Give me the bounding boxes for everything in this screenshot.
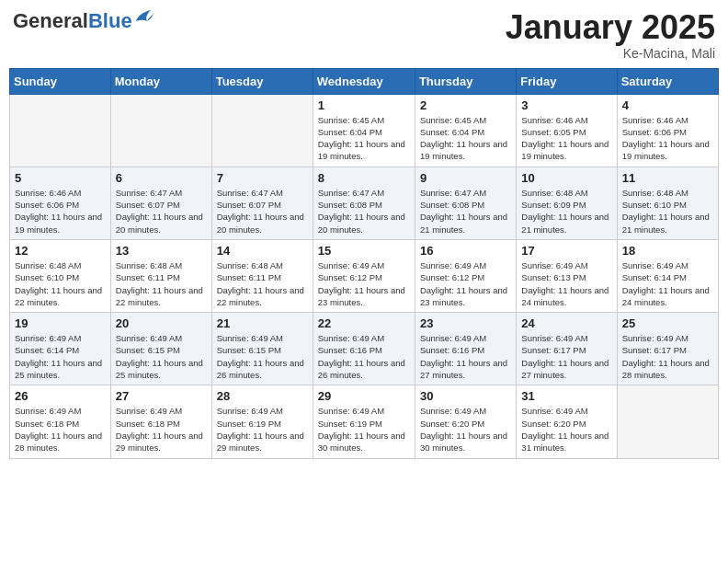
calendar-cell: 9Sunrise: 6:47 AM Sunset: 6:08 PM Daylig…: [415, 167, 516, 239]
day-info: Sunrise: 6:49 AM Sunset: 6:17 PM Dayligh…: [521, 332, 611, 381]
day-info: Sunrise: 6:49 AM Sunset: 6:13 PM Dayligh…: [521, 259, 611, 308]
calendar-cell: 22Sunrise: 6:49 AM Sunset: 6:16 PM Dayli…: [313, 313, 415, 385]
calendar-cell: 21Sunrise: 6:49 AM Sunset: 6:15 PM Dayli…: [211, 313, 313, 385]
day-number: 18: [622, 244, 713, 258]
day-number: 13: [116, 244, 207, 258]
weekday-header-row: SundayMondayTuesdayWednesdayThursdayFrid…: [10, 68, 719, 94]
calendar-cell: 19Sunrise: 6:49 AM Sunset: 6:14 PM Dayli…: [10, 313, 111, 385]
page-header: General Blue January 2025 Ke-Macina, Mal…: [9, 9, 719, 61]
day-number: 9: [420, 171, 511, 185]
calendar-table: SundayMondayTuesdayWednesdayThursdayFrid…: [9, 68, 719, 459]
week-row-1: 1Sunrise: 6:45 AM Sunset: 6:04 PM Daylig…: [10, 94, 719, 167]
day-info: Sunrise: 6:49 AM Sunset: 6:18 PM Dayligh…: [116, 405, 207, 454]
day-number: 21: [217, 316, 308, 330]
day-number: 29: [318, 389, 410, 403]
day-info: Sunrise: 6:48 AM Sunset: 6:11 PM Dayligh…: [217, 259, 308, 308]
calendar-cell: 3Sunrise: 6:46 AM Sunset: 6:05 PM Daylig…: [517, 94, 617, 167]
day-number: 2: [420, 98, 511, 112]
day-info: Sunrise: 6:47 AM Sunset: 6:07 PM Dayligh…: [217, 187, 308, 236]
week-row-4: 19Sunrise: 6:49 AM Sunset: 6:14 PM Dayli…: [10, 313, 719, 385]
title-block: January 2025 Ke-Macina, Mali: [506, 9, 715, 61]
day-info: Sunrise: 6:46 AM Sunset: 6:05 PM Dayligh…: [521, 114, 611, 163]
calendar-cell: 10Sunrise: 6:48 AM Sunset: 6:09 PM Dayli…: [517, 167, 617, 239]
weekday-header-tuesday: Tuesday: [211, 68, 313, 94]
calendar-cell: 30Sunrise: 6:49 AM Sunset: 6:20 PM Dayli…: [415, 385, 516, 458]
day-number: 22: [318, 316, 410, 330]
calendar-cell: 14Sunrise: 6:48 AM Sunset: 6:11 PM Dayli…: [211, 239, 313, 312]
day-number: 27: [116, 389, 207, 403]
day-info: Sunrise: 6:49 AM Sunset: 6:18 PM Dayligh…: [15, 405, 106, 454]
day-info: Sunrise: 6:46 AM Sunset: 6:06 PM Dayligh…: [15, 187, 106, 236]
calendar-cell: 7Sunrise: 6:47 AM Sunset: 6:07 PM Daylig…: [211, 167, 313, 239]
day-number: 26: [15, 389, 106, 403]
calendar-cell: 23Sunrise: 6:49 AM Sunset: 6:16 PM Dayli…: [415, 313, 516, 385]
day-number: 28: [217, 389, 308, 403]
day-number: 30: [420, 389, 511, 403]
month-year-title: January 2025: [506, 9, 715, 46]
calendar-cell: 18Sunrise: 6:49 AM Sunset: 6:14 PM Dayli…: [617, 239, 718, 312]
weekday-header-sunday: Sunday: [10, 68, 111, 94]
weekday-header-monday: Monday: [110, 68, 211, 94]
day-info: Sunrise: 6:46 AM Sunset: 6:06 PM Dayligh…: [622, 114, 713, 163]
day-info: Sunrise: 6:49 AM Sunset: 6:17 PM Dayligh…: [622, 332, 713, 381]
weekday-header-thursday: Thursday: [415, 68, 516, 94]
day-info: Sunrise: 6:45 AM Sunset: 6:04 PM Dayligh…: [420, 114, 511, 163]
calendar-cell: [10, 94, 111, 167]
day-info: Sunrise: 6:48 AM Sunset: 6:10 PM Dayligh…: [622, 187, 713, 236]
calendar-cell: 17Sunrise: 6:49 AM Sunset: 6:13 PM Dayli…: [517, 239, 617, 312]
calendar-cell: 31Sunrise: 6:49 AM Sunset: 6:20 PM Dayli…: [517, 385, 617, 458]
day-info: Sunrise: 6:49 AM Sunset: 6:12 PM Dayligh…: [420, 259, 511, 308]
calendar-cell: 20Sunrise: 6:49 AM Sunset: 6:15 PM Dayli…: [110, 313, 211, 385]
day-number: 19: [15, 316, 106, 330]
day-info: Sunrise: 6:49 AM Sunset: 6:20 PM Dayligh…: [420, 405, 511, 454]
day-info: Sunrise: 6:49 AM Sunset: 6:12 PM Dayligh…: [318, 259, 410, 308]
day-number: 11: [622, 171, 713, 185]
calendar-cell: 13Sunrise: 6:48 AM Sunset: 6:11 PM Dayli…: [110, 239, 211, 312]
calendar-cell: 8Sunrise: 6:47 AM Sunset: 6:08 PM Daylig…: [313, 167, 415, 239]
day-info: Sunrise: 6:49 AM Sunset: 6:16 PM Dayligh…: [318, 332, 410, 381]
day-number: 6: [116, 171, 207, 185]
calendar-cell: 4Sunrise: 6:46 AM Sunset: 6:06 PM Daylig…: [617, 94, 718, 167]
weekday-header-friday: Friday: [517, 68, 617, 94]
calendar-cell: 26Sunrise: 6:49 AM Sunset: 6:18 PM Dayli…: [10, 385, 111, 458]
day-number: 4: [622, 98, 713, 112]
day-number: 12: [15, 244, 106, 258]
day-info: Sunrise: 6:49 AM Sunset: 6:15 PM Dayligh…: [217, 332, 308, 381]
location-subtitle: Ke-Macina, Mali: [506, 46, 715, 61]
logo-bird-icon: [134, 8, 154, 25]
logo: General Blue: [13, 9, 154, 33]
day-number: 16: [420, 244, 511, 258]
day-info: Sunrise: 6:49 AM Sunset: 6:19 PM Dayligh…: [217, 405, 308, 454]
day-number: 14: [217, 244, 308, 258]
day-info: Sunrise: 6:49 AM Sunset: 6:20 PM Dayligh…: [521, 405, 611, 454]
logo-blue-text: Blue: [88, 9, 132, 33]
calendar-cell: 2Sunrise: 6:45 AM Sunset: 6:04 PM Daylig…: [415, 94, 516, 167]
day-number: 23: [420, 316, 511, 330]
calendar-cell: 27Sunrise: 6:49 AM Sunset: 6:18 PM Dayli…: [110, 385, 211, 458]
logo-general-text: General: [13, 9, 88, 33]
day-info: Sunrise: 6:48 AM Sunset: 6:11 PM Dayligh…: [116, 259, 207, 308]
calendar-cell: 24Sunrise: 6:49 AM Sunset: 6:17 PM Dayli…: [517, 313, 617, 385]
day-info: Sunrise: 6:48 AM Sunset: 6:10 PM Dayligh…: [15, 259, 106, 308]
day-info: Sunrise: 6:47 AM Sunset: 6:07 PM Dayligh…: [116, 187, 207, 236]
day-number: 3: [521, 98, 611, 112]
day-info: Sunrise: 6:49 AM Sunset: 6:14 PM Dayligh…: [15, 332, 106, 381]
day-number: 25: [622, 316, 713, 330]
calendar-cell: 15Sunrise: 6:49 AM Sunset: 6:12 PM Dayli…: [313, 239, 415, 312]
day-info: Sunrise: 6:47 AM Sunset: 6:08 PM Dayligh…: [318, 187, 410, 236]
calendar-cell: 6Sunrise: 6:47 AM Sunset: 6:07 PM Daylig…: [110, 167, 211, 239]
day-info: Sunrise: 6:49 AM Sunset: 6:15 PM Dayligh…: [116, 332, 207, 381]
calendar-cell: 12Sunrise: 6:48 AM Sunset: 6:10 PM Dayli…: [10, 239, 111, 312]
calendar-cell: 16Sunrise: 6:49 AM Sunset: 6:12 PM Dayli…: [415, 239, 516, 312]
calendar-cell: 1Sunrise: 6:45 AM Sunset: 6:04 PM Daylig…: [313, 94, 415, 167]
day-number: 24: [521, 316, 611, 330]
calendar-cell: 25Sunrise: 6:49 AM Sunset: 6:17 PM Dayli…: [617, 313, 718, 385]
day-number: 8: [318, 171, 410, 185]
weekday-header-wednesday: Wednesday: [313, 68, 415, 94]
day-info: Sunrise: 6:45 AM Sunset: 6:04 PM Dayligh…: [318, 114, 410, 163]
day-info: Sunrise: 6:49 AM Sunset: 6:19 PM Dayligh…: [318, 405, 410, 454]
day-info: Sunrise: 6:49 AM Sunset: 6:16 PM Dayligh…: [420, 332, 511, 381]
calendar-cell: [617, 385, 718, 458]
day-number: 31: [521, 389, 611, 403]
calendar-cell: 28Sunrise: 6:49 AM Sunset: 6:19 PM Dayli…: [211, 385, 313, 458]
